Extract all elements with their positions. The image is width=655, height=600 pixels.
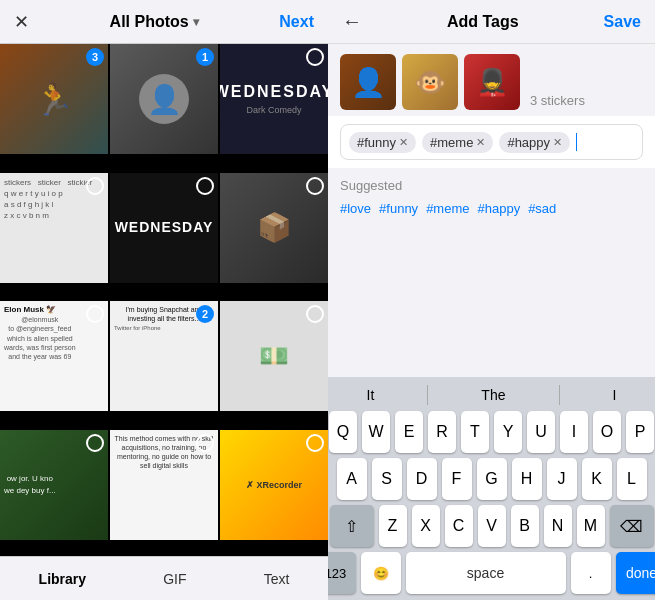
emoji-key[interactable]: 😊 bbox=[361, 552, 401, 594]
selection-circle bbox=[196, 434, 214, 452]
key-k[interactable]: K bbox=[582, 458, 612, 500]
selection-circle bbox=[306, 305, 324, 323]
selection-circle bbox=[196, 177, 214, 195]
done-key[interactable]: done bbox=[616, 552, 656, 594]
photo-cell[interactable]: WEDNESDAY Dark Comedy bbox=[220, 44, 328, 154]
selection-circle bbox=[86, 305, 104, 323]
keyboard-row-3: ⇧ Z X C V B N M ⌫ bbox=[332, 505, 651, 547]
shift-key[interactable]: ⇧ bbox=[330, 505, 374, 547]
suggested-tag-love[interactable]: #love bbox=[340, 201, 371, 216]
sticker-thumb-1: 👤 bbox=[340, 54, 396, 110]
keyboard-row-2: A S D F G H J K L bbox=[332, 458, 651, 500]
space-key[interactable]: space bbox=[406, 552, 566, 594]
key-e[interactable]: E bbox=[395, 411, 423, 453]
sticker-thumb-2: 🐵 bbox=[402, 54, 458, 110]
photo-cell[interactable]: ow jor. U knowe dey buy f... bbox=[0, 430, 108, 540]
selection-circle bbox=[86, 177, 104, 195]
suggested-section: Suggested #love #funny #meme #happy #sad bbox=[328, 168, 655, 222]
key-j[interactable]: J bbox=[547, 458, 577, 500]
album-title-wrap[interactable]: All Photos ▾ bbox=[110, 13, 199, 31]
photo-cell[interactable]: WEDNESDAY bbox=[110, 173, 218, 283]
selection-circle bbox=[86, 434, 104, 452]
key-w[interactable]: W bbox=[362, 411, 390, 453]
key-u[interactable]: U bbox=[527, 411, 555, 453]
tag-remove-button[interactable]: ✕ bbox=[476, 136, 485, 149]
photo-cell[interactable]: stickers sticker stickierq w e r t y u i… bbox=[0, 173, 108, 283]
back-button[interactable]: ← bbox=[342, 10, 362, 33]
tags-section: #funny ✕ #meme ✕ #happy ✕ bbox=[328, 116, 655, 168]
right-panel: ← Add Tags Save 👤 🐵 💂 3 stickers #funny … bbox=[328, 0, 655, 600]
key-b[interactable]: B bbox=[511, 505, 539, 547]
key-c[interactable]: C bbox=[445, 505, 473, 547]
key-r[interactable]: R bbox=[428, 411, 456, 453]
save-button[interactable]: Save bbox=[604, 13, 641, 31]
key-o[interactable]: O bbox=[593, 411, 621, 453]
keyboard-rows: Q W E R T Y U I O P A S D F G H J K L bbox=[328, 411, 655, 547]
tags-row[interactable]: #funny ✕ #meme ✕ #happy ✕ bbox=[340, 124, 643, 160]
key-m[interactable]: M bbox=[577, 505, 605, 547]
selection-circle bbox=[306, 177, 324, 195]
footer-gif[interactable]: GIF bbox=[163, 571, 186, 587]
keyboard-bottom-row: 123 😊 space . done bbox=[328, 552, 655, 594]
left-footer: Library GIF Text bbox=[0, 556, 328, 600]
selection-badge: 2 bbox=[196, 305, 214, 323]
left-header: ✕ All Photos ▾ Next bbox=[0, 0, 328, 44]
key-y[interactable]: Y bbox=[494, 411, 522, 453]
tag-chip-happy[interactable]: #happy ✕ bbox=[499, 132, 570, 153]
key-q[interactable]: Q bbox=[329, 411, 357, 453]
photo-cell[interactable]: I'm buying Snapchat and investing all th… bbox=[110, 301, 218, 411]
autocomplete-it[interactable]: It bbox=[359, 385, 383, 405]
photo-cell[interactable]: This method comes with no skill acquisit… bbox=[110, 430, 218, 540]
photo-cell[interactable]: ✗ XRecorder bbox=[220, 430, 328, 540]
divider bbox=[559, 385, 560, 405]
key-s[interactable]: S bbox=[372, 458, 402, 500]
footer-text[interactable]: Text bbox=[264, 571, 290, 587]
key-z[interactable]: Z bbox=[379, 505, 407, 547]
album-title: All Photos bbox=[110, 13, 189, 31]
tag-remove-button[interactable]: ✕ bbox=[553, 136, 562, 149]
footer-library[interactable]: Library bbox=[39, 571, 86, 587]
photo-cell[interactable]: 🏃 3 bbox=[0, 44, 108, 154]
next-button[interactable]: Next bbox=[279, 13, 314, 31]
photo-cell[interactable]: 💵 bbox=[220, 301, 328, 411]
key-i[interactable]: I bbox=[560, 411, 588, 453]
key-f[interactable]: F bbox=[442, 458, 472, 500]
suggested-tags: #love #funny #meme #happy #sad bbox=[340, 201, 643, 216]
suggested-label: Suggested bbox=[340, 178, 643, 193]
key-h[interactable]: H bbox=[512, 458, 542, 500]
key-v[interactable]: V bbox=[478, 505, 506, 547]
close-button[interactable]: ✕ bbox=[14, 11, 29, 33]
suggested-tag-funny[interactable]: #funny bbox=[379, 201, 418, 216]
selection-circle bbox=[306, 434, 324, 452]
key-l[interactable]: L bbox=[617, 458, 647, 500]
key-a[interactable]: A bbox=[337, 458, 367, 500]
autocomplete-i[interactable]: I bbox=[605, 385, 625, 405]
suggested-tag-meme[interactable]: #meme bbox=[426, 201, 469, 216]
tag-remove-button[interactable]: ✕ bbox=[399, 136, 408, 149]
key-p[interactable]: P bbox=[626, 411, 654, 453]
sticker-thumb-3: 💂 bbox=[464, 54, 520, 110]
period-key[interactable]: . bbox=[571, 552, 611, 594]
selection-badge: 3 bbox=[86, 48, 104, 66]
delete-key[interactable]: ⌫ bbox=[610, 505, 654, 547]
sticker-preview: 👤 🐵 💂 3 stickers bbox=[328, 44, 655, 116]
autocomplete-the[interactable]: The bbox=[473, 385, 513, 405]
page-title: Add Tags bbox=[447, 13, 519, 31]
key-x[interactable]: X bbox=[412, 505, 440, 547]
tag-label: #meme bbox=[430, 135, 473, 150]
key-d[interactable]: D bbox=[407, 458, 437, 500]
tag-label: #funny bbox=[357, 135, 396, 150]
photo-cell[interactable]: 📦 bbox=[220, 173, 328, 283]
suggested-tag-sad[interactable]: #sad bbox=[528, 201, 556, 216]
key-g[interactable]: G bbox=[477, 458, 507, 500]
suggested-tag-happy[interactable]: #happy bbox=[477, 201, 520, 216]
tag-chip-meme[interactable]: #meme ✕ bbox=[422, 132, 493, 153]
divider bbox=[427, 385, 428, 405]
tag-chip-funny[interactable]: #funny ✕ bbox=[349, 132, 416, 153]
photo-cell[interactable]: 👤 1 bbox=[110, 44, 218, 154]
right-header: ← Add Tags Save bbox=[328, 0, 655, 44]
tag-label: #happy bbox=[507, 135, 550, 150]
key-t[interactable]: T bbox=[461, 411, 489, 453]
key-n[interactable]: N bbox=[544, 505, 572, 547]
photo-cell[interactable]: Elon Musk 🦅 @elonmuskto @engineers_feedw… bbox=[0, 301, 108, 411]
